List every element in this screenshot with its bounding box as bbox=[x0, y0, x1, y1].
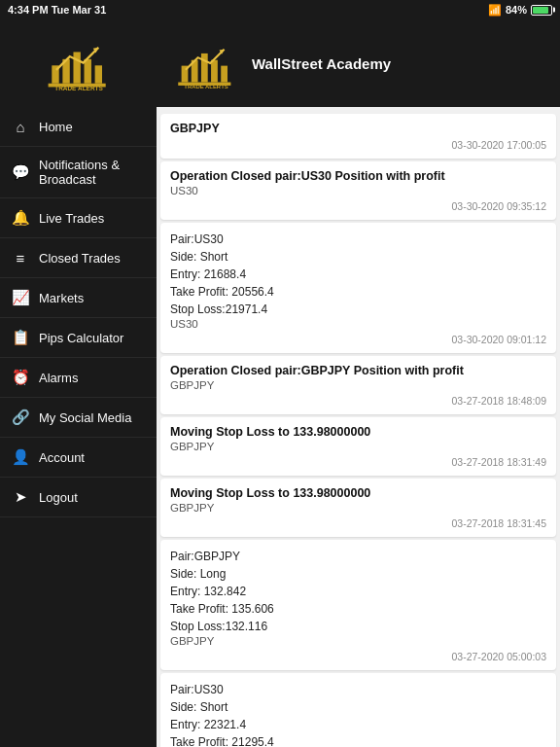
live-trades-icon: 🔔 bbox=[12, 209, 29, 227]
feed-subtitle: US30 bbox=[170, 318, 546, 330]
feed-detail-line: Pair:GBPJPY bbox=[170, 548, 546, 565]
svg-rect-3 bbox=[84, 59, 90, 84]
feed-subtitle: GBPJPY bbox=[170, 379, 546, 391]
home-icon: ⌂ bbox=[12, 118, 29, 135]
sidebar-label-live-trades: Live Trades bbox=[39, 211, 104, 226]
feed-timestamp: 03-30-2020 17:00:05 bbox=[170, 139, 546, 151]
feed-detail-line: Stop Loss:132.116 bbox=[170, 618, 546, 635]
sidebar-item-alarms[interactable]: ⏰ Alarms bbox=[0, 358, 157, 398]
feed-detail-line: Side: Short bbox=[170, 248, 546, 266]
svg-rect-12 bbox=[221, 65, 228, 82]
markets-icon: 📈 bbox=[12, 289, 29, 306]
account-icon: 👤 bbox=[12, 448, 29, 466]
battery-text: 84% bbox=[506, 4, 527, 16]
feed-container[interactable]: GBPJPY03-30-2020 17:00:05Operation Close… bbox=[157, 107, 560, 747]
sidebar-label-logout: Logout bbox=[39, 490, 78, 505]
feed-title: Moving Stop Loss to 133.98000000 bbox=[170, 486, 546, 500]
sidebar-label-home: Home bbox=[39, 120, 73, 134]
svg-rect-10 bbox=[201, 53, 208, 82]
feed-timestamp: 03-30-2020 09:01:12 bbox=[170, 334, 546, 345]
feed-timestamp: 03-27-2020 05:00:03 bbox=[170, 651, 546, 662]
feed-detail-line: Pair:US30 bbox=[170, 231, 546, 248]
feed-subtitle: GBPJPY bbox=[170, 441, 546, 452]
feed-detail-line: Entry: 132.842 bbox=[170, 583, 546, 600]
logout-icon: ➤ bbox=[12, 488, 29, 506]
alarms-icon: ⏰ bbox=[12, 369, 29, 386]
feed-title: Operation Closed pair:US30 Position with… bbox=[170, 169, 546, 183]
sidebar-nav: ⌂ Home 💬 Notifications & Broadcast 🔔 Liv… bbox=[0, 107, 157, 747]
closed-trades-icon: ≡ bbox=[12, 249, 29, 267]
feed-subtitle: GBPJPY bbox=[170, 502, 546, 514]
feed-detail-line: Side: Short bbox=[170, 698, 546, 716]
feed-item[interactable]: Moving Stop Loss to 133.98000000GBPJPY03… bbox=[160, 417, 556, 476]
feed-timestamp: 03-27-2018 18:31:45 bbox=[170, 517, 546, 529]
feed-title: Operation Closed pair:GBPJPY Position wi… bbox=[170, 364, 546, 377]
sidebar-label-account: Account bbox=[39, 450, 85, 465]
feed-item[interactable]: Moving Stop Loss to 133.98000000GBPJPY03… bbox=[160, 479, 556, 537]
feed-detail-line: Stop Loss:21971.4 bbox=[170, 301, 546, 318]
status-icons: 📶 84% bbox=[488, 4, 552, 17]
battery-icon bbox=[531, 5, 552, 16]
sidebar-item-pips-calc[interactable]: 📋 Pips Calculator bbox=[0, 318, 157, 358]
main-header-title: WallStreet Academy bbox=[252, 55, 391, 72]
feed-detail-line: Side: Long bbox=[170, 565, 546, 583]
sidebar-logo: TRADE ALERTS bbox=[0, 19, 157, 107]
wifi-icon: 📶 bbox=[488, 4, 502, 17]
feed-detail-line: Pair:US30 bbox=[170, 681, 546, 698]
svg-rect-2 bbox=[73, 52, 80, 83]
feed-detail-line: Entry: 21688.4 bbox=[170, 266, 546, 283]
svg-rect-4 bbox=[94, 65, 101, 83]
main-content: TRADE ALERTS WallStreet Academy GBPJPY03… bbox=[157, 19, 560, 747]
svg-rect-11 bbox=[211, 59, 218, 82]
feed-timestamp: 03-27-2018 18:31:49 bbox=[170, 456, 546, 468]
social-media-icon: 🔗 bbox=[12, 409, 29, 426]
sidebar-item-closed-trades[interactable]: ≡ Closed Trades bbox=[0, 238, 157, 278]
sidebar-item-social-media[interactable]: 🔗 My Social Media bbox=[0, 398, 157, 438]
sidebar-item-account[interactable]: 👤 Account bbox=[0, 438, 157, 478]
feed-title: Moving Stop Loss to 133.98000000 bbox=[170, 425, 546, 439]
sidebar-label-markets: Markets bbox=[39, 291, 84, 305]
app-container: TRADE ALERTS ⌂ Home 💬 Notifications & Br… bbox=[0, 19, 560, 747]
feed-subtitle: US30 bbox=[170, 185, 546, 196]
feed-item[interactable]: Operation Closed pair:GBPJPY Position wi… bbox=[160, 356, 556, 414]
sidebar-logo-image: TRADE ALERTS bbox=[40, 34, 118, 92]
feed-item[interactable]: Pair:GBPJPYSide: LongEntry: 132.842Take … bbox=[160, 540, 556, 670]
feed-item[interactable]: GBPJPY03-30-2020 17:00:05 bbox=[160, 114, 556, 159]
sidebar-label-social-media: My Social Media bbox=[39, 410, 131, 425]
sidebar-label-closed-trades: Closed Trades bbox=[39, 251, 121, 266]
feed-detail-line: Take Profit: 20556.4 bbox=[170, 283, 546, 301]
sidebar-item-markets[interactable]: 📈 Markets bbox=[0, 278, 157, 318]
sidebar-item-logout[interactable]: ➤ Logout bbox=[0, 478, 157, 517]
status-bar: 4:34 PM Tue Mar 31 📶 84% bbox=[0, 0, 560, 19]
sidebar-label-alarms: Alarms bbox=[39, 371, 78, 385]
feed-item[interactable]: Pair:US30Side: ShortEntry: 22321.4Take P… bbox=[160, 673, 556, 747]
pips-calc-icon: 📋 bbox=[12, 329, 29, 346]
feed-title: GBPJPY bbox=[170, 122, 546, 135]
feed-detail-line: Entry: 22321.4 bbox=[170, 716, 546, 733]
sidebar-item-home[interactable]: ⌂ Home bbox=[0, 107, 157, 147]
sidebar-label-notifications: Notifications & Broadcast bbox=[39, 158, 145, 187]
feed-timestamp: 03-27-2018 18:48:09 bbox=[170, 395, 546, 407]
feed-timestamp: 03-30-2020 09:35:12 bbox=[170, 200, 546, 212]
sidebar-item-notifications[interactable]: 💬 Notifications & Broadcast bbox=[0, 147, 157, 198]
sidebar-item-live-trades[interactable]: 🔔 Live Trades bbox=[0, 198, 157, 238]
feed-item[interactable]: Pair:US30Side: ShortEntry: 21688.4Take P… bbox=[160, 223, 556, 353]
feed-detail-line: Take Profit: 135.606 bbox=[170, 600, 546, 618]
main-header: TRADE ALERTS WallStreet Academy bbox=[157, 19, 560, 107]
feed-detail-line: Take Profit: 21295.4 bbox=[170, 733, 546, 747]
svg-text:TRADE ALERTS: TRADE ALERTS bbox=[184, 84, 228, 89]
svg-text:TRADE ALERTS: TRADE ALERTS bbox=[54, 85, 103, 91]
sidebar-label-pips-calc: Pips Calculator bbox=[39, 331, 123, 345]
main-logo-image: TRADE ALERTS bbox=[172, 37, 240, 90]
notifications-icon: 💬 bbox=[12, 163, 29, 181]
status-time: 4:34 PM Tue Mar 31 bbox=[8, 4, 106, 16]
feed-item[interactable]: Operation Closed pair:US30 Position with… bbox=[160, 161, 556, 220]
feed-subtitle: GBPJPY bbox=[170, 635, 546, 647]
sidebar: TRADE ALERTS ⌂ Home 💬 Notifications & Br… bbox=[0, 19, 157, 747]
